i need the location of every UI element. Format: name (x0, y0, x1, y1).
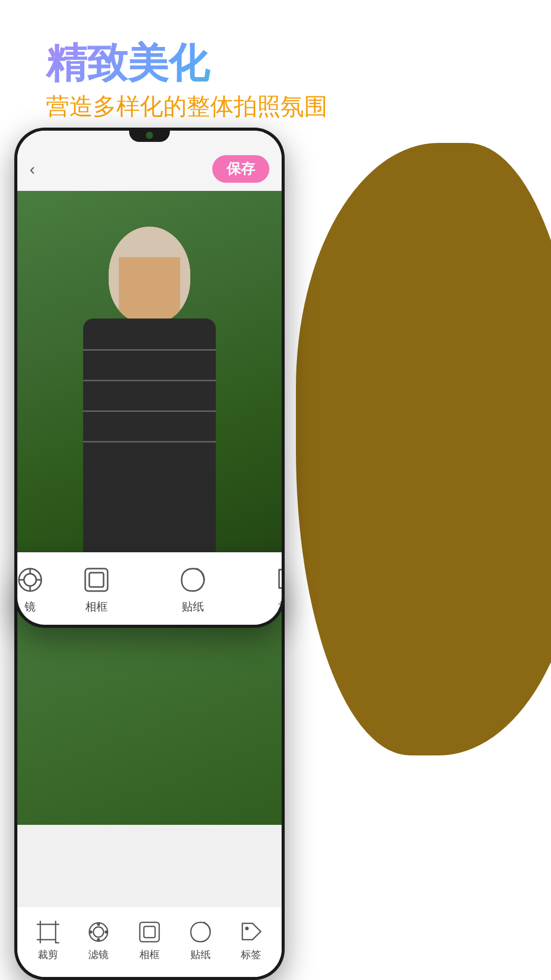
toolbar-item-tag[interactable]: 标签 (241, 565, 282, 615)
crop-icon (35, 919, 61, 945)
shirt-stripe-3 (83, 410, 216, 412)
svg-rect-9 (40, 924, 56, 940)
svg-point-21 (97, 938, 100, 941)
shirt-stripe-1 (83, 349, 216, 351)
filter-bottom-icon (86, 919, 111, 945)
person-head (109, 227, 190, 324)
bottom-toolbar-tag[interactable]: 标签 (238, 919, 264, 962)
filter-label-partial: 镜 (24, 599, 36, 615)
svg-point-1 (24, 574, 36, 586)
sticker-label: 贴纸 (182, 599, 204, 615)
decorative-blob (296, 143, 551, 755)
sticker-bottom-label: 贴纸 (190, 948, 211, 962)
main-phone: ‹ 保存 (14, 128, 285, 628)
sticker-bottom-icon (188, 919, 213, 945)
photo-area: 镜 相框 (17, 191, 282, 625)
svg-point-26 (245, 927, 249, 930)
frame-bottom-icon (137, 919, 162, 945)
subtitle: 营造多样化的整体拍照氛围 (46, 91, 328, 122)
toolbar-item-sticker[interactable]: 贴纸 (144, 565, 241, 615)
bottom-toolbar: 裁剪 滤镜 (17, 906, 282, 977)
bottom-toolbar-frame[interactable]: 相框 (137, 919, 162, 962)
main-title: 精致美化 (46, 41, 328, 86)
app-ui: ‹ 保存 (17, 131, 282, 625)
save-button[interactable]: 保存 (212, 155, 269, 183)
svg-point-22 (89, 930, 92, 934)
tag-bottom-label: 标签 (241, 948, 261, 962)
frame-label: 相框 (85, 599, 108, 615)
header-section: 精致美化 营造多样化的整体拍照氛围 (46, 41, 328, 122)
filter-icon (17, 565, 45, 595)
phone-inner: ‹ 保存 (17, 131, 282, 625)
bottom-caption-area (17, 866, 282, 906)
sticker-icon (178, 565, 208, 595)
tag-label: 标签 (278, 599, 282, 615)
svg-point-20 (97, 923, 100, 926)
toolbar-popup: 镜 相框 (17, 552, 282, 625)
svg-rect-25 (144, 926, 155, 938)
tag-bottom-icon (238, 919, 264, 945)
bottom-light-strip (17, 825, 282, 866)
camera-dot (146, 132, 153, 139)
shirt-stripe-2 (83, 380, 216, 381)
person-face (119, 257, 180, 318)
bottom-toolbar-crop[interactable]: 裁剪 (35, 919, 61, 962)
svg-point-19 (93, 927, 104, 937)
svg-rect-7 (89, 573, 104, 587)
frame-icon (81, 565, 112, 595)
phone-notch (129, 128, 170, 142)
svg-rect-24 (140, 922, 159, 942)
back-button[interactable]: ‹ (30, 160, 35, 179)
svg-point-23 (105, 930, 108, 934)
filter-bottom-label: 滤镜 (88, 948, 109, 962)
bottom-toolbar-sticker[interactable]: 贴纸 (188, 919, 213, 962)
frame-bottom-label: 相框 (139, 948, 160, 962)
crop-label: 裁剪 (38, 948, 58, 962)
shirt-stripe-4 (83, 441, 216, 443)
toolbar-item-frame[interactable]: 相框 (48, 565, 144, 615)
tag-icon (274, 565, 282, 595)
bottom-toolbar-filter[interactable]: 滤镜 (86, 919, 111, 962)
toolbar-item-filter-partial[interactable]: 镜 (17, 565, 48, 615)
